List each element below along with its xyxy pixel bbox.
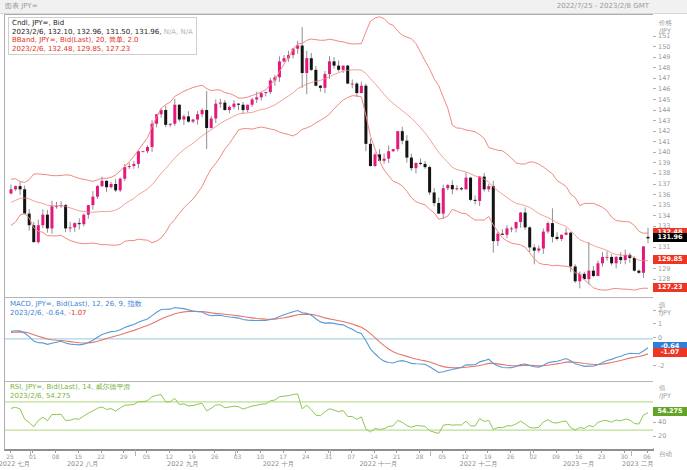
price-tick-mark xyxy=(653,194,656,195)
time-tick-day-label: 31 xyxy=(322,453,336,460)
macd-tick-mark xyxy=(653,310,656,311)
macd-series-label: MACD, JPY=, Bid(Last), 12, 26, 9, 指数 xyxy=(10,300,141,309)
price-tick-mark xyxy=(653,67,656,68)
rsi-tick-mark xyxy=(653,422,656,423)
time-tick-day-label: 30 xyxy=(617,453,631,460)
rsi-legend: RSI, JPY=, Bid(Last), 14, 威尔德平滑 2023/2/6… xyxy=(10,383,131,400)
time-tick-day-label: 07 xyxy=(344,453,358,460)
time-tick-day-label: 12 xyxy=(458,453,472,460)
price-tick-mark xyxy=(653,279,656,280)
month-label: 2023 二月 xyxy=(608,460,668,469)
price-tick-mark xyxy=(653,162,656,163)
macd-signal-badge: -1.07 xyxy=(653,348,687,357)
time-tick-day-label: 08 xyxy=(49,453,63,460)
month-boundary-mark xyxy=(135,450,136,456)
price-tick-label: 151 xyxy=(658,32,670,40)
time-tick-day-label: 26 xyxy=(208,453,222,460)
na-values: N/A, N/A xyxy=(161,28,192,36)
price-tick-label: 139 xyxy=(658,159,670,167)
time-tick-day-label: 24 xyxy=(299,453,313,460)
time-tick-day-label: 15 xyxy=(71,453,85,460)
price-tick-mark xyxy=(653,173,656,174)
month-label: 2022 九月 xyxy=(153,460,213,469)
price-tick-mark xyxy=(653,120,656,121)
time-tick-day-label: 14 xyxy=(367,453,381,460)
macd-signal-value: -1.07 xyxy=(66,309,86,317)
chart-window: 图表 JPY= 2022/7/25 - 2023/2/8 GMT Cndl, J… xyxy=(0,0,687,470)
price-tick-label: 131 xyxy=(658,243,670,251)
main-chart-legend: Cndl, JPY=, Bid 2023/2/6, 132.10, 132.96… xyxy=(8,17,197,55)
price-tick-label: 142 xyxy=(658,127,670,135)
price-tick-mark xyxy=(653,110,656,111)
month-label: 2023 一月 xyxy=(549,460,609,469)
price-tick-mark xyxy=(653,215,656,216)
time-tick-day-label: 01 xyxy=(26,453,40,460)
time-axis[interactable]: 自动 2501081522290512192603101724310714212… xyxy=(0,450,687,470)
price-tick-mark xyxy=(653,152,656,153)
month-label: 2022 十二月 xyxy=(449,460,509,469)
month-boundary-mark xyxy=(530,450,531,456)
rsi-value: 2023/2/6, 54.275 xyxy=(10,392,131,401)
price-tick-mark xyxy=(653,247,656,248)
macd-tick-mark xyxy=(653,323,656,324)
candle-ohlc-values: 2023/2/6, 132.10, 132.96, 131.50, 131.96… xyxy=(12,28,193,37)
bband-series-label: BBand, JPY=, Bid(Last), 20, 简单, 2.0 xyxy=(12,36,193,45)
rsi-tick-mark xyxy=(653,436,656,437)
price-tick-mark xyxy=(653,57,656,58)
price-tick-label: 134 xyxy=(658,212,670,220)
time-tick-day-label: 19 xyxy=(185,453,199,460)
time-tick-day-label: 19 xyxy=(481,453,495,460)
chart-titlebar: 图表 JPY= 2022/7/25 - 2023/2/8 GMT xyxy=(0,0,687,14)
price-tick-label: 140 xyxy=(658,148,670,156)
time-tick-day-label: 05 xyxy=(140,453,154,460)
month-boundary-mark xyxy=(235,450,236,456)
price-tick-label: 135 xyxy=(658,201,670,209)
macd-legend: MACD, JPY=, Bid(Last), 12, 26, 9, 指数 202… xyxy=(10,300,141,317)
month-boundary-mark xyxy=(30,450,31,456)
rsi-series-label: RSI, JPY=, Bid(Last), 14, 威尔德平滑 xyxy=(10,383,131,392)
macd-tick-mark xyxy=(653,365,656,366)
candle-series-label: Cndl, JPY=, Bid xyxy=(12,19,193,28)
time-tick-day-label: 12 xyxy=(162,453,176,460)
axis-auto-label[interactable]: 自动 xyxy=(659,450,672,459)
price-axis[interactable]: 价格/JPY值/JPY值/JPY151150149148147146145144… xyxy=(653,14,687,448)
chart-plot-area[interactable]: Cndl, JPY=, Bid 2023/2/6, 132.10, 132.96… xyxy=(4,14,654,451)
rsi-tick-label: 40 xyxy=(658,418,666,426)
price-tick-label: 143 xyxy=(658,117,670,125)
time-tick-day-label: 23 xyxy=(595,453,609,460)
time-tick-day-label: 06 xyxy=(640,453,654,460)
price-tick-label: 138 xyxy=(658,169,670,177)
time-tick-day-label: 25 xyxy=(3,453,17,460)
price-tick-label: 146 xyxy=(658,85,670,93)
price-tick-mark xyxy=(653,141,656,142)
price-tick-label: 147 xyxy=(658,74,670,82)
month-boundary-mark xyxy=(430,450,431,456)
chart-title: 图表 JPY= xyxy=(5,0,38,13)
time-tick-day-label: 26 xyxy=(504,453,518,460)
price-tick-mark xyxy=(653,205,656,206)
month-label: 2022 七月 xyxy=(0,460,45,469)
price-tick-label: 149 xyxy=(658,53,670,61)
macd-tick-label: -2 xyxy=(658,362,664,370)
time-tick-day-label: 16 xyxy=(572,453,586,460)
time-tick-day-label: 10 xyxy=(253,453,267,460)
price-tick-label: 148 xyxy=(658,64,670,72)
price-tick-label: 150 xyxy=(658,43,670,51)
chart-date-range: 2022/7/25 - 2023/2/8 GMT xyxy=(557,0,649,13)
macd-tick-label: 0 xyxy=(658,334,662,342)
month-label: 2022 八月 xyxy=(53,460,113,469)
price-tick-mark xyxy=(653,88,656,89)
month-boundary-mark xyxy=(631,450,632,456)
price-tick-label: 137 xyxy=(658,180,670,188)
price-tick-mark xyxy=(653,131,656,132)
time-tick-day-label: 05 xyxy=(435,453,449,460)
macd-tick-label: 2 xyxy=(658,306,662,314)
price-tick-label: 129 xyxy=(658,265,670,273)
time-tick-day-label: 09 xyxy=(549,453,563,460)
time-tick-day-label: 22 xyxy=(94,453,108,460)
price-tick-label: 141 xyxy=(658,138,670,146)
time-tick-day-label: 29 xyxy=(117,453,131,460)
time-tick-day-label: 28 xyxy=(413,453,427,460)
month-label: 2022 十月 xyxy=(248,460,308,469)
month-label: 2022 十一月 xyxy=(349,460,409,469)
